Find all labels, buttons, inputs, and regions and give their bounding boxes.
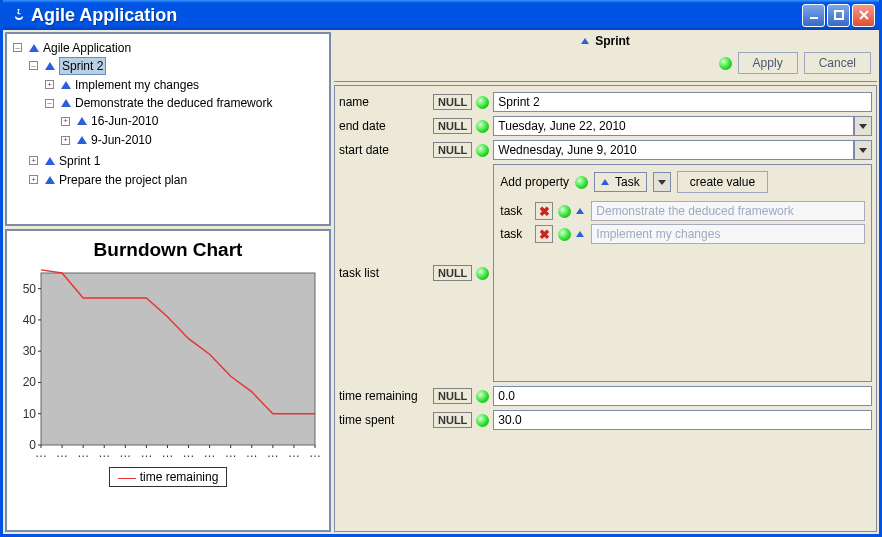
row-name: name NULL [339,90,872,114]
null-button[interactable]: NULL [433,94,472,110]
svg-text:…: … [309,446,321,460]
tree-sprint1[interactable]: +Sprint 1 [29,153,100,169]
tree-label: Demonstrate the deduced framework [75,95,272,111]
node-icon [45,62,55,70]
sprint-icon [581,38,589,44]
cancel-button[interactable]: Cancel [804,52,871,74]
start-date-input[interactable] [493,140,854,160]
null-button[interactable]: NULL [433,118,472,134]
node-icon [45,176,55,184]
null-button[interactable]: NULL [433,265,472,281]
delete-task-button[interactable]: ✖ [535,225,553,243]
create-value-button[interactable]: create value [677,171,768,193]
task-type-dropdown-button[interactable] [653,172,671,192]
task-row: task ✖ [500,201,865,221]
content-pane: –Agile Application –Sprint 2 +Implement … [3,30,879,534]
editor-title: Sprint [595,34,630,48]
tree-item[interactable]: +16-Jun-2010 [61,113,158,129]
svg-rect-1 [835,11,843,19]
task-value[interactable] [591,201,865,221]
expand-icon[interactable]: + [29,156,38,165]
status-led-icon [476,414,489,427]
node-icon [61,81,71,89]
expand-icon[interactable]: – [13,43,22,52]
legend-swatch [118,478,136,479]
null-button[interactable]: NULL [433,412,472,428]
tree-panel[interactable]: –Agile Application –Sprint 2 +Implement … [5,32,331,226]
tree-root[interactable]: –Agile Application [13,40,131,56]
status-led-icon [719,57,732,70]
tree-item[interactable]: –Demonstrate the deduced framework [45,95,272,111]
end-date-input[interactable] [493,116,854,136]
svg-text:…: … [119,446,131,460]
expand-icon[interactable]: + [45,80,54,89]
svg-rect-0 [810,17,818,19]
node-icon [61,99,71,107]
field-label: task list [339,266,429,280]
svg-text:…: … [246,446,258,460]
svg-text:40: 40 [23,313,37,327]
expand-icon[interactable]: + [29,175,38,184]
start-date-dropdown-button[interactable] [854,140,872,160]
time-spent-input[interactable] [493,410,872,430]
expand-icon[interactable]: + [61,117,70,126]
status-led-icon [575,176,588,189]
tree-sprint2[interactable]: –Sprint 2 [29,57,106,75]
svg-text:10: 10 [23,407,37,421]
chevron-down-icon [658,180,666,185]
tree-item[interactable]: +Implement my changes [45,77,199,93]
editor-header: Sprint [334,32,877,48]
delete-icon: ✖ [539,228,550,241]
task-value[interactable] [591,224,865,244]
legend-label: time remaining [140,470,219,484]
field-label: start date [339,143,429,157]
editor-actions: Apply Cancel [334,50,877,78]
row-start-date: start date NULL [339,138,872,162]
chart-legend: time remaining [109,467,228,487]
apply-button[interactable]: Apply [738,52,798,74]
delete-task-button[interactable]: ✖ [535,202,553,220]
window-title: Agile Application [31,5,800,26]
node-icon [29,44,39,52]
maximize-button[interactable] [827,4,850,27]
chevron-down-icon [859,148,867,153]
name-input[interactable] [493,92,872,112]
null-button[interactable]: NULL [433,142,472,158]
end-date-dropdown-button[interactable] [854,116,872,136]
time-remaining-input[interactable] [493,386,872,406]
field-label: name [339,95,429,109]
task-row: task ✖ [500,224,865,244]
task-type-label: Task [615,175,640,189]
svg-text:…: … [140,446,152,460]
task-type-combo[interactable]: Task [594,172,647,192]
titlebar[interactable]: Agile Application [3,0,879,30]
expand-icon[interactable]: – [29,61,38,70]
status-led-icon [476,96,489,109]
burndown-chart: 01020304050…………………………………… [13,267,323,463]
row-time-spent: time spent NULL [339,408,872,432]
form-panel: name NULL end date NULL s [334,85,877,532]
status-led-icon [476,120,489,133]
task-icon [601,179,609,185]
expand-icon[interactable]: – [45,99,54,108]
expand-icon[interactable]: + [61,136,70,145]
tree-item[interactable]: +9-Jun-2010 [61,132,152,148]
svg-text:…: … [35,446,47,460]
field-label: end date [339,119,429,133]
svg-text:…: … [204,446,216,460]
task-row-label: task [500,227,530,241]
field-label: time remaining [339,389,429,403]
task-icon [576,231,584,237]
status-led-icon [558,228,571,241]
tree-label: Implement my changes [75,77,199,93]
tree-label: 9-Jun-2010 [91,132,152,148]
svg-text:…: … [183,446,195,460]
close-button[interactable] [852,4,875,27]
minimize-button[interactable] [802,4,825,27]
null-button[interactable]: NULL [433,388,472,404]
row-task-list: task list NULL Add property Task create … [339,162,872,384]
tree-item[interactable]: +Prepare the project plan [29,172,187,188]
task-list-box: Add property Task create value task ✖ [493,164,872,382]
svg-text:…: … [267,446,279,460]
chart-title: Burndown Chart [13,239,323,261]
